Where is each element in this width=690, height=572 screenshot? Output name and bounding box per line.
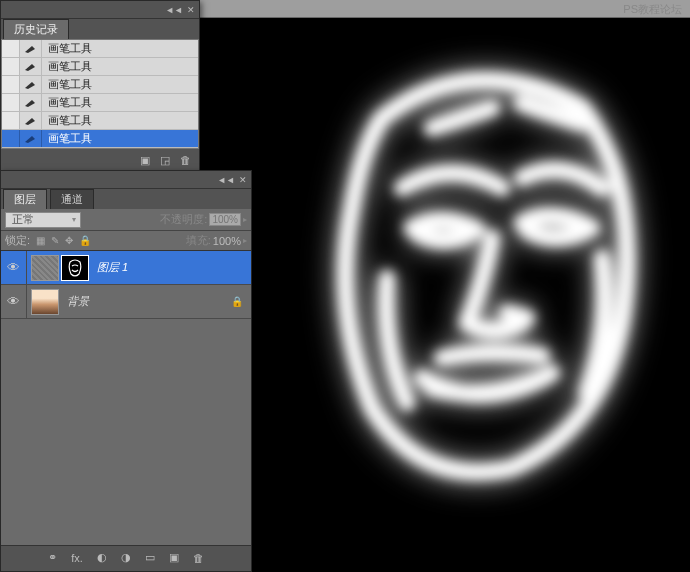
brush-icon <box>24 62 38 72</box>
history-list: 画笔工具 画笔工具 画笔工具 画笔工具 画笔工具 画笔工具 <box>1 39 199 149</box>
chevron-right-icon[interactable]: ▸ <box>243 215 247 224</box>
lock-brush-icon[interactable]: ✎ <box>51 235 59 246</box>
mask-icon[interactable]: ◐ <box>97 551 107 564</box>
layer-name[interactable]: 背景 <box>67 294 89 309</box>
brush-icon <box>24 116 38 126</box>
opacity-value[interactable]: 100% <box>209 213 241 226</box>
trash-icon[interactable]: 🗑 <box>180 154 191 166</box>
history-item-selected[interactable]: 画笔工具 <box>2 130 198 148</box>
layers-panel: ◄◄ ✕ 图层 通道 正常 ▾ 不透明度: 100% ▸ 锁定: ▦ ✎ ✥ 🔒… <box>0 170 252 572</box>
adjustment-icon[interactable]: ◑ <box>121 551 131 564</box>
history-panel: ◄◄ ✕ 历史记录 画笔工具 画笔工具 画笔工具 画笔工具 画笔工具 画笔工具 … <box>0 0 200 172</box>
lock-all-icon[interactable]: 🔒 <box>79 235 91 246</box>
layer-row[interactable]: 👁 背景 🔒 <box>1 285 251 319</box>
collapse-icon[interactable]: ◄◄ <box>165 5 183 15</box>
brush-icon <box>24 98 38 108</box>
snapshot-icon[interactable]: ▣ <box>140 154 150 167</box>
lock-row: 锁定: ▦ ✎ ✥ 🔒 填充: 100% ▸ <box>1 231 251 251</box>
history-item[interactable]: 画笔工具 <box>2 112 198 130</box>
panel-header: ◄◄ ✕ <box>1 171 251 189</box>
tab-layers[interactable]: 图层 <box>3 189 47 209</box>
watermark-sub: PS教程论坛 <box>623 3 682 15</box>
close-icon[interactable]: ✕ <box>187 5 195 15</box>
blend-mode-dropdown[interactable]: 正常 ▾ <box>5 212 81 228</box>
lock-transparent-icon[interactable]: ▦ <box>36 235 45 246</box>
panel-header: ◄◄ ✕ <box>1 1 199 19</box>
fill-value[interactable]: 100% <box>213 235 241 247</box>
layer-options: 正常 ▾ 不透明度: 100% ▸ <box>1 209 251 231</box>
group-icon[interactable]: ▭ <box>145 551 155 564</box>
lock-icon: 🔒 <box>231 296 243 307</box>
canvas-artwork <box>292 58 652 488</box>
layer-name[interactable]: 图层 1 <box>97 260 128 275</box>
lock-move-icon[interactable]: ✥ <box>65 235 73 246</box>
layer-thumb[interactable] <box>31 289 59 315</box>
history-item[interactable]: 画笔工具 <box>2 76 198 94</box>
collapse-icon[interactable]: ◄◄ <box>217 175 235 185</box>
blend-mode-value: 正常 <box>12 212 34 227</box>
layer-row-selected[interactable]: 👁 图层 1 <box>1 251 251 285</box>
new-doc-icon[interactable]: ◲ <box>160 154 170 167</box>
layers-footer: ⚭ fx. ◐ ◑ ▭ ▣ 🗑 <box>1 545 251 569</box>
brush-icon <box>24 134 38 144</box>
link-layers-icon[interactable]: ⚭ <box>48 551 57 564</box>
chevron-right-icon[interactable]: ▸ <box>243 236 247 245</box>
history-footer: ▣ ◲ 🗑 <box>1 149 199 171</box>
layers-tabs: 图层 通道 <box>1 189 251 209</box>
visibility-toggle[interactable]: 👁 <box>1 285 27 318</box>
history-item[interactable]: 画笔工具 <box>2 40 198 58</box>
brush-icon <box>24 44 38 54</box>
history-tabs: 历史记录 <box>1 19 199 39</box>
visibility-toggle[interactable]: 👁 <box>1 251 27 284</box>
layer-mask-thumb[interactable] <box>61 255 89 281</box>
lock-label: 锁定: <box>5 233 30 248</box>
fx-icon[interactable]: fx. <box>71 552 83 564</box>
history-item[interactable]: 画笔工具 <box>2 94 198 112</box>
close-icon[interactable]: ✕ <box>239 175 247 185</box>
history-item[interactable]: 画笔工具 <box>2 58 198 76</box>
new-layer-icon[interactable]: ▣ <box>169 551 179 564</box>
tab-channels[interactable]: 通道 <box>50 189 94 209</box>
chevron-down-icon: ▾ <box>72 215 76 224</box>
trash-icon[interactable]: 🗑 <box>193 552 204 564</box>
brush-icon <box>24 80 38 90</box>
layer-thumb[interactable] <box>31 255 59 281</box>
fill-label: 填充: <box>186 233 211 248</box>
canvas[interactable] <box>252 18 690 572</box>
tab-history[interactable]: 历史记录 <box>3 19 69 39</box>
opacity-label: 不透明度: <box>160 212 207 227</box>
layer-list: 👁 图层 1 👁 背景 🔒 <box>1 251 251 545</box>
